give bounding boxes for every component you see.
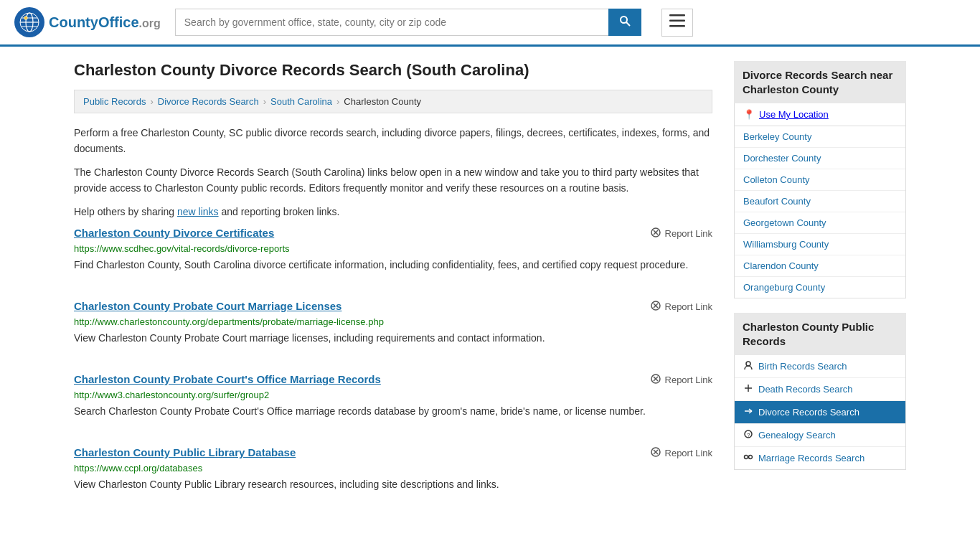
report-link-btn-2[interactable]: Report Link [650, 373, 712, 387]
nearby-county-link-2[interactable]: Colleton County [743, 174, 810, 185]
main-container: Charleston County Divorce Records Search… [60, 47, 920, 534]
site-header: CountyOffice.org [0, 0, 980, 47]
result-item: Charleston County Probate Court Marriage… [74, 300, 712, 353]
use-location-link[interactable]: Use My Location [759, 109, 829, 120]
public-records-link-0[interactable]: Birth Records Search [758, 361, 847, 372]
logo-icon [14, 7, 44, 37]
intro-paragraph-1: Perform a free Charleston County, SC pub… [74, 125, 712, 157]
report-label-1: Report Link [665, 301, 712, 312]
result-url-3: https://www.ccpl.org/databases [74, 463, 712, 474]
intro-paragraph-2: The Charleston County Divorce Records Se… [74, 164, 712, 197]
result-desc-0: Find Charleston County, South Carolina d… [74, 258, 712, 273]
nearby-title: Divorce Records Search near Charleston C… [734, 61, 906, 103]
result-url-2: http://www3.charlestoncounty.org/surfer/… [74, 390, 712, 400]
result-title-0: Charleston County Divorce Certificates [74, 227, 274, 239]
result-link-3[interactable]: Charleston County Public Library Databas… [74, 446, 296, 458]
logo-text: CountyOffice.org [49, 14, 161, 31]
nearby-county-item[interactable]: Georgetown County [735, 212, 905, 234]
public-records-link-4[interactable]: Marriage Records Search [758, 453, 864, 463]
search-input[interactable] [175, 9, 608, 36]
svg-rect-10 [669, 25, 685, 27]
result-url-link-3[interactable]: https://www.ccpl.org/databases [74, 463, 202, 474]
svg-point-6 [621, 17, 627, 23]
nearby-county-item[interactable]: Williamsburg County [735, 234, 905, 255]
nearby-county-link-5[interactable]: Williamsburg County [743, 239, 829, 250]
result-url-link-0[interactable]: https://www.scdhec.gov/vital-records/div… [74, 243, 290, 254]
breadcrumb-sep-1: › [150, 96, 153, 107]
result-desc-1: View Charleston County Probate Court mar… [74, 331, 712, 346]
use-location[interactable]: 📍 Use My Location [734, 103, 906, 126]
public-records-link-2[interactable]: Divorce Records Search [758, 407, 859, 418]
nearby-county-link-7[interactable]: Orangeburg County [743, 282, 825, 293]
svg-point-5 [24, 17, 28, 20]
report-icon-2 [650, 373, 661, 387]
breadcrumb-sep-2: › [263, 96, 266, 107]
sidebar: Divorce Records Search near Charleston C… [734, 61, 906, 519]
nearby-county-item[interactable]: Clarendon County [735, 255, 905, 277]
breadcrumb: Public Records › Divorce Records Search … [74, 90, 712, 113]
report-link-btn-3[interactable]: Report Link [650, 446, 712, 460]
public-records-link-1[interactable]: Death Records Search [758, 384, 853, 395]
breadcrumb-divorce-records[interactable]: Divorce Records Search [158, 96, 259, 107]
result-item: Charleston County Probate Court's Office… [74, 373, 712, 426]
breadcrumb-south-carolina[interactable]: South Carolina [270, 96, 332, 107]
result-url-0: https://www.scdhec.gov/vital-records/div… [74, 243, 712, 254]
nearby-county-link-4[interactable]: Georgetown County [743, 217, 826, 228]
public-records-title: Charleston County Public Records [734, 313, 906, 355]
nearby-county-link-6[interactable]: Clarendon County [743, 260, 819, 271]
svg-point-32 [749, 456, 753, 459]
result-url-1: http://www.charlestoncounty.org/departme… [74, 316, 712, 327]
page-title: Charleston County Divorce Records Search… [74, 61, 712, 80]
content-area: Charleston County Divorce Records Search… [74, 61, 712, 519]
nearby-county-link-0[interactable]: Berkeley County [743, 131, 811, 142]
nearby-county-item[interactable]: Beaufort County [735, 191, 905, 212]
report-link-btn-1[interactable]: Report Link [650, 300, 712, 314]
result-url-link-2[interactable]: http://www3.charlestoncounty.org/surfer/… [74, 390, 269, 400]
logo-area: CountyOffice.org [14, 7, 161, 37]
nearby-county-item[interactable]: Dorchester County [735, 148, 905, 169]
public-records-list: Birth Records Search Death Records Searc… [734, 355, 906, 470]
search-container [175, 9, 641, 36]
result-link-1[interactable]: Charleston County Probate Court Marriage… [74, 300, 341, 312]
svg-rect-9 [669, 19, 685, 22]
nearby-county-item[interactable]: Colleton County [735, 169, 905, 191]
public-records-icon-1 [743, 383, 753, 395]
results-container: Charleston County Divorce Certificates R… [74, 227, 712, 499]
result-item: Charleston County Divorce Certificates R… [74, 227, 712, 280]
new-links-link[interactable]: new links [177, 206, 219, 217]
breadcrumb-public-records[interactable]: Public Records [83, 96, 146, 107]
public-records-item[interactable]: Divorce Records Search [735, 401, 905, 424]
nearby-counties-list: Berkeley CountyDorchester CountyColleton… [734, 126, 906, 298]
report-link-btn-0[interactable]: Report Link [650, 227, 712, 240]
result-link-2[interactable]: Charleston County Probate Court's Office… [74, 373, 381, 385]
public-records-section: Charleston County Public Records Birth R… [734, 313, 906, 470]
menu-button[interactable] [661, 9, 693, 37]
search-button[interactable] [608, 9, 641, 36]
report-icon-1 [650, 300, 661, 314]
nearby-county-link-3[interactable]: Beaufort County [743, 196, 811, 207]
report-label-0: Report Link [665, 228, 712, 239]
public-records-item[interactable]: Marriage Records Search [735, 447, 905, 469]
public-records-item[interactable]: Death Records Search [735, 378, 905, 401]
svg-text:?: ? [747, 432, 750, 438]
public-records-item[interactable]: ? Genealogy Search [735, 424, 905, 447]
svg-rect-8 [669, 14, 685, 17]
nearby-county-item[interactable]: Berkeley County [735, 126, 905, 148]
result-title-3: Charleston County Public Library Databas… [74, 446, 296, 458]
nearby-county-item[interactable]: Orangeburg County [735, 277, 905, 298]
public-records-icon-3: ? [743, 429, 753, 441]
breadcrumb-current: Charleston County [344, 96, 421, 107]
nearby-section: Divorce Records Search near Charleston C… [734, 61, 906, 298]
result-url-link-1[interactable]: http://www.charlestoncounty.org/departme… [74, 316, 384, 327]
result-title-1: Charleston County Probate Court Marriage… [74, 300, 341, 312]
nearby-county-link-1[interactable]: Dorchester County [743, 153, 821, 164]
location-icon: 📍 [743, 109, 755, 120]
public-records-link-3[interactable]: Genealogy Search [758, 430, 836, 441]
report-icon-3 [650, 446, 661, 460]
result-link-0[interactable]: Charleston County Divorce Certificates [74, 227, 274, 239]
breadcrumb-sep-3: › [336, 96, 339, 107]
public-records-item[interactable]: Birth Records Search [735, 355, 905, 378]
report-label-3: Report Link [665, 448, 712, 458]
public-records-icon-2 [743, 406, 753, 418]
report-icon-0 [650, 227, 661, 240]
